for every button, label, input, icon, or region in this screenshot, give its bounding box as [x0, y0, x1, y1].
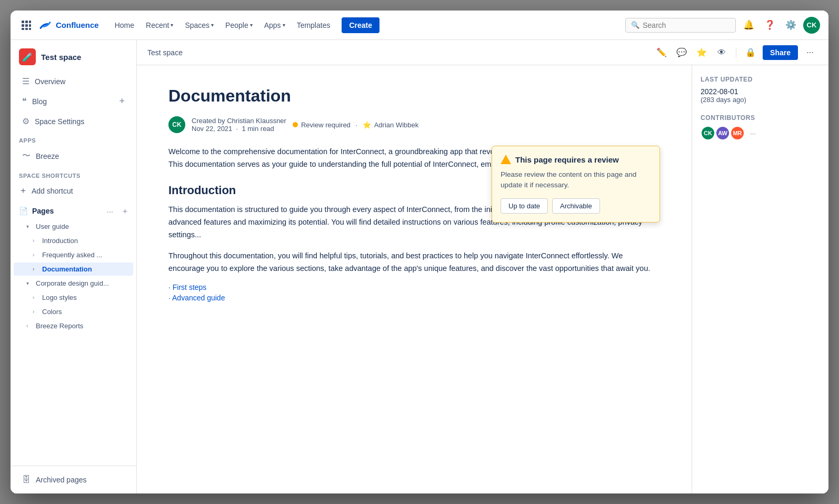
divider	[736, 47, 736, 58]
link-advanced-guide[interactable]: Advanced guide	[168, 294, 660, 302]
up-to-date-button[interactable]: Up to date	[501, 198, 548, 214]
breadcrumb: Test space	[147, 48, 183, 57]
warning-triangle-icon	[501, 155, 511, 164]
sidebar-item-breeze[interactable]: 〜 Breeze	[14, 146, 133, 166]
tree-item-breeze-reports[interactable]: › Breeze Reports	[14, 319, 133, 332]
search-input[interactable]	[643, 21, 730, 29]
nav-templates[interactable]: Templates	[292, 18, 336, 33]
page-title: Documentation	[168, 86, 660, 106]
nav-actions: 🔍 🔔 ❓ ⚙️ CK	[625, 17, 820, 34]
pages-icon: 📄	[19, 207, 28, 215]
nav-apps[interactable]: Apps ▾	[259, 18, 291, 33]
link-first-steps[interactable]: First steps	[168, 283, 660, 291]
last-updated-section: Last updated 2022-08-01 (283 days ago)	[701, 76, 820, 104]
review-dot	[293, 122, 298, 127]
content-area: Test space ✏️ 💬 ⭐ 👁 🔒 Share ··· Document…	[137, 40, 828, 493]
user-avatar[interactable]: CK	[803, 17, 820, 34]
sidebar-add-shortcut[interactable]: ＋ Add shortcut	[11, 181, 136, 200]
comment-button[interactable]: 💬	[674, 45, 690, 61]
tree-item-colors[interactable]: › Colors	[14, 305, 133, 318]
confluence-logo-icon	[38, 18, 53, 33]
top-nav: Confluence Home Recent ▾ Spaces ▾ People…	[11, 11, 828, 40]
tree-item-frequently-asked[interactable]: › Frequently asked ...	[14, 248, 133, 261]
expand-icon: ›	[33, 309, 39, 315]
tree-item-introduction[interactable]: › Introduction	[14, 234, 133, 247]
expand-icon: ›	[33, 295, 39, 300]
sidebar-item-space-settings[interactable]: ⚙ Space Settings	[14, 112, 133, 130]
star-button[interactable]: ⭐	[694, 45, 710, 61]
svg-rect-0	[22, 21, 24, 23]
nav-spaces[interactable]: Spaces ▾	[179, 18, 219, 33]
apps-chevron-icon: ▾	[283, 22, 285, 28]
page-content: Documentation CK Created by Christian Kl…	[137, 65, 692, 493]
share-button[interactable]: Share	[763, 45, 798, 60]
blog-add-icon[interactable]: +	[119, 96, 125, 107]
expand-icon: ▾	[26, 280, 33, 286]
create-button[interactable]: Create	[342, 17, 379, 33]
pages-more-btn[interactable]: ···	[104, 205, 116, 217]
overview-icon: ☰	[22, 76, 29, 86]
nav-recent[interactable]: Recent ▾	[141, 18, 178, 33]
review-popup-actions: Up to date Archivable	[501, 198, 651, 214]
notifications-button[interactable]: 🔔	[740, 17, 757, 34]
sidebar: 🧪 Test space ☰ Overview ❝ Blog + ⚙ Space…	[11, 40, 137, 493]
settings-button[interactable]: ⚙️	[782, 17, 799, 34]
pages-section-header: 📄 Pages ··· ＋	[11, 200, 136, 219]
sidebar-item-archived[interactable]: 🗄 Archived pages	[14, 471, 133, 489]
star-icon: ⭐	[363, 121, 371, 129]
sidebar-item-blog[interactable]: ❝ Blog +	[14, 92, 133, 111]
svg-rect-9	[38, 18, 53, 33]
watch-button[interactable]: 👁	[714, 45, 730, 61]
contributors-more[interactable]: ···	[750, 129, 756, 137]
tree-item-user-guide[interactable]: ▾ User guide	[14, 220, 133, 233]
content-header: Test space ✏️ 💬 ⭐ 👁 🔒 Share ···	[137, 40, 828, 65]
svg-rect-2	[29, 21, 31, 23]
sidebar-header: 🧪 Test space	[11, 40, 136, 72]
review-popup: This page requires a review Please revie…	[492, 146, 660, 223]
page-links: First steps Advanced guide	[168, 283, 660, 302]
apps-section-label: APPS	[11, 131, 136, 146]
contributor-avatar-2[interactable]: AW	[715, 126, 730, 140]
review-popup-header: This page requires a review	[501, 155, 651, 164]
search-icon: 🔍	[631, 21, 640, 29]
nav-people[interactable]: People ▾	[220, 18, 258, 33]
svg-rect-3	[22, 24, 24, 27]
logo-area[interactable]: Confluence	[38, 18, 99, 33]
svg-rect-4	[25, 24, 28, 27]
help-button[interactable]: ❓	[761, 17, 778, 34]
pages-add-btn[interactable]: ＋	[118, 205, 131, 217]
contributor-avatar-1[interactable]: CK	[701, 126, 715, 140]
nav-items: Home Recent ▾ Spaces ▾ People ▾ Apps ▾ T…	[109, 18, 336, 33]
blog-icon: ❝	[22, 96, 27, 106]
app-window: Confluence Home Recent ▾ Spaces ▾ People…	[11, 11, 828, 493]
last-updated-date: 2022-08-01	[701, 87, 820, 96]
nav-home[interactable]: Home	[109, 18, 139, 33]
settings-icon: ⚙	[22, 116, 29, 126]
svg-rect-6	[22, 28, 24, 30]
tree-item-logo-styles[interactable]: › Logo styles	[14, 291, 133, 304]
space-icon: 🧪	[19, 48, 36, 65]
review-popup-title: This page requires a review	[515, 155, 619, 164]
archived-icon: 🗄	[22, 475, 31, 485]
tree-item-documentation[interactable]: › Documentation	[14, 263, 133, 276]
grid-icon[interactable]	[19, 18, 34, 33]
pages-actions: ··· ＋	[104, 205, 131, 217]
page-body: Welcome to the comprehensive documentati…	[168, 146, 660, 304]
contributor-avatar-3[interactable]: MR	[730, 126, 745, 140]
svg-rect-7	[25, 28, 28, 30]
expand-icon: ›	[33, 266, 39, 272]
spaces-chevron-icon: ▾	[211, 22, 214, 28]
archivable-button[interactable]: Archivable	[552, 198, 600, 214]
add-shortcut-icon: ＋	[19, 185, 27, 196]
tree-item-corporate-design[interactable]: ▾ Corporate design guid...	[14, 277, 133, 290]
expand-icon: ›	[33, 252, 39, 258]
body-para3: Throughout this documentation, you will …	[168, 250, 660, 275]
more-button[interactable]: ···	[802, 45, 818, 61]
right-panel: Last updated 2022-08-01 (283 days ago) C…	[692, 65, 828, 493]
shortcuts-section-label: SPACE SHORTCUTS	[11, 166, 136, 181]
contributors-section: Contributors CK AW MR ···	[701, 114, 820, 140]
expand-icon: ›	[26, 323, 33, 329]
sidebar-item-overview[interactable]: ☰ Overview	[14, 72, 133, 90]
restrict-button[interactable]: 🔒	[743, 45, 758, 61]
edit-button[interactable]: ✏️	[654, 45, 670, 61]
